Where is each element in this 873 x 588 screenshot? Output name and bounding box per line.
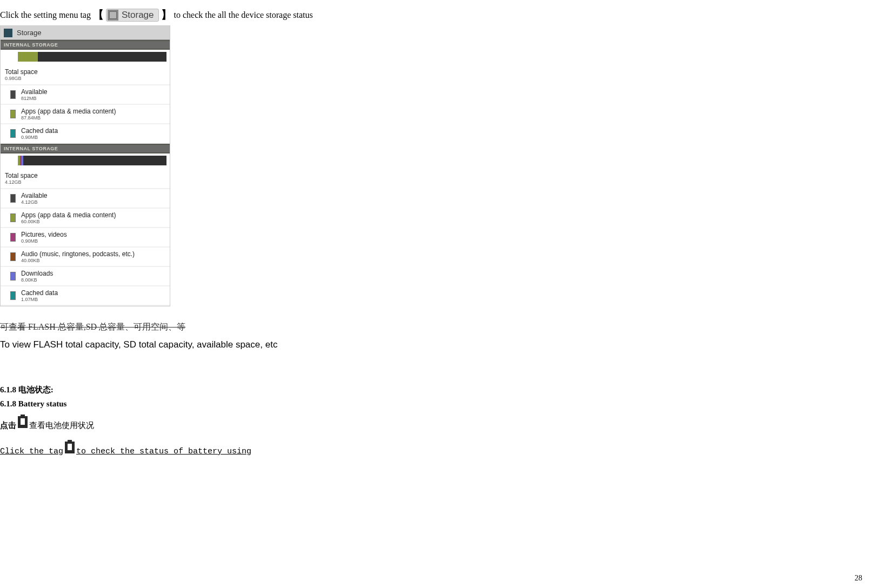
color-swatch — [10, 194, 16, 203]
color-swatch — [10, 213, 16, 222]
storage-bar — [18, 156, 166, 165]
color-swatch — [10, 291, 16, 300]
storage-row[interactable]: Pictures, videos0.90MB — [1, 228, 170, 248]
ss-header-text: Storage — [17, 29, 42, 37]
storage-row[interactable]: Cached data0.90MB — [1, 124, 170, 144]
row-label: Pictures, videos — [21, 231, 67, 238]
section-en-618: 6.1.8 Battery status — [0, 399, 873, 409]
click-cn-rest: 查看电池使用状况 — [29, 420, 94, 431]
color-swatch — [10, 252, 16, 261]
storage-bar — [18, 52, 166, 62]
click-cn-line: 点击 查看电池使用状况 — [0, 416, 873, 431]
storage-tag-text: Storage — [122, 10, 154, 21]
row-label: Audio (music, ringtones, podcasts, etc.) — [21, 250, 135, 258]
row-label: Apps (app data & media content) — [21, 108, 116, 115]
storage-row[interactable]: Apps (app data & media content)60.00KB — [1, 209, 170, 228]
color-swatch — [10, 233, 16, 242]
storage-row[interactable]: Available4.12GB — [1, 189, 170, 209]
cn-strike-1: 可查看 FLASH 总容量,SD 总容量、可用空间、等 — [0, 322, 873, 333]
color-swatch — [10, 90, 16, 99]
intro-line: Click the setting menu tag 【 Storage 】 t… — [0, 0, 873, 22]
storage-row[interactable]: Available812MB — [1, 85, 170, 105]
en-line-1: To view FLASH total capacity, SD total c… — [0, 339, 873, 350]
intro-pre: Click the setting menu tag — [0, 10, 91, 20]
bracket-left: 【 — [93, 8, 104, 22]
storage-row[interactable]: Downloads8.00KB — [1, 267, 170, 286]
row-value: 60.00KB — [21, 219, 116, 224]
row-value: 8.00KB — [21, 277, 53, 283]
storage-row[interactable]: Cached data1.07MB — [1, 286, 170, 306]
color-swatch — [10, 129, 16, 138]
row-label: Available — [21, 88, 47, 96]
battery-icon-2 — [65, 442, 75, 453]
click-en-line: Click the tag to check the status of bat… — [0, 442, 873, 456]
storage-row[interactable]: Apps (app data & media content)87.84MB — [1, 105, 170, 124]
total-space: Total space0.98GB — [1, 65, 170, 85]
intro-post: to check the all the device storage stat… — [174, 10, 313, 20]
storage-header-icon — [4, 29, 12, 37]
storage-screenshot: Storage INTERNAL STORAGETotal space0.98G… — [0, 25, 170, 306]
row-label: Cached data — [21, 127, 58, 135]
row-value: 0.90MB — [21, 135, 58, 140]
row-label: Cached data — [21, 289, 58, 297]
row-value: 0.90MB — [21, 238, 67, 244]
click-en-post: to check the status of battery using — [76, 447, 251, 456]
bracket-right: 】 — [161, 8, 172, 22]
row-label: Downloads — [21, 270, 53, 277]
click-cn-bold: 点击 — [0, 420, 16, 431]
section-cn-618: 6.1.8 电池状态: — [0, 385, 873, 395]
ss-category: INTERNAL STORAGE — [1, 144, 170, 153]
battery-icon — [18, 416, 28, 428]
storage-icon — [108, 10, 118, 21]
row-value: 1.07MB — [21, 297, 58, 302]
click-en-pre: Click the tag — [0, 447, 63, 456]
color-swatch — [10, 110, 16, 118]
total-space: Total space4.12GB — [1, 169, 170, 189]
row-value: 40.00KB — [21, 258, 135, 263]
row-value: 87.84MB — [21, 115, 116, 121]
row-value: 4.12GB — [21, 199, 47, 205]
row-value: 812MB — [21, 96, 47, 101]
storage-tag: Storage — [106, 9, 159, 22]
page-number: 28 — [855, 574, 862, 583]
ss-category: INTERNAL STORAGE — [1, 40, 170, 50]
color-swatch — [10, 272, 16, 280]
storage-row[interactable]: Audio (music, ringtones, podcasts, etc.)… — [1, 248, 170, 267]
ss-header: Storage — [1, 26, 170, 40]
row-label: Available — [21, 192, 47, 199]
row-label: Apps (app data & media content) — [21, 211, 116, 219]
